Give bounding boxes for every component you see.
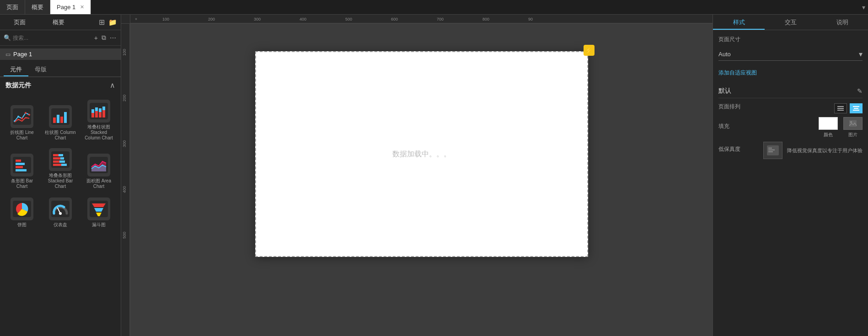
svg-rect-76 <box>768 151 773 152</box>
main-layout: 页面 概要 ⊞ 📁 🔍 + ⧉ ⋯ ▭ Page 1 <box>0 15 868 336</box>
right-tab-interaction[interactable]: 交互 <box>765 15 816 30</box>
folder-icon[interactable]: 📁 <box>108 18 117 27</box>
right-panel-content: 页面尺寸 Auto ▾ 添加自适应视图 默认 ✎ 页面排列 <box>713 30 868 336</box>
page-size-section: 页面尺寸 Auto ▾ <box>718 36 863 61</box>
svg-rect-12 <box>91 113 94 117</box>
gauge-chart-icon <box>49 197 72 220</box>
tab-page1[interactable]: Page 1 ✕ <box>50 0 91 14</box>
svg-rect-32 <box>53 164 61 166</box>
tab-master[interactable]: 母版 <box>28 63 53 76</box>
svg-text:90: 90 <box>528 17 533 21</box>
svg-text:+: + <box>135 17 137 21</box>
canvas-scroll[interactable]: ⚡ 数据加载中。。。 <box>130 24 713 336</box>
svg-text:500: 500 <box>122 232 127 239</box>
svg-text:600: 600 <box>391 17 398 21</box>
svg-text:400: 400 <box>300 17 306 21</box>
right-tabs: 样式 交互 说明 <box>713 15 868 30</box>
svg-rect-23 <box>16 166 23 168</box>
add-component-button[interactable]: + <box>93 33 99 43</box>
copy-component-button[interactable]: ⧉ <box>101 33 107 43</box>
page-size-row: 页面尺寸 <box>718 36 863 46</box>
svg-point-2 <box>17 116 19 117</box>
color-swatch[interactable] <box>819 117 838 130</box>
svg-rect-70 <box>849 120 857 127</box>
svg-rect-9 <box>60 117 63 123</box>
svg-text:800: 800 <box>482 17 489 21</box>
svg-rect-16 <box>99 112 102 117</box>
svg-rect-31 <box>59 160 65 163</box>
svg-text:100: 100 <box>122 49 127 56</box>
right-tab-help[interactable]: 说明 <box>816 15 868 30</box>
more-options-button[interactable]: ⋯ <box>109 33 117 43</box>
canvas-page: ⚡ 数据加载中。。。 <box>255 51 588 257</box>
svg-rect-10 <box>64 112 67 123</box>
left-nav-pages[interactable]: 页面 <box>0 15 39 30</box>
svg-point-4 <box>25 112 27 114</box>
ruler-corner <box>121 15 130 24</box>
bar-chart-icon <box>11 154 33 176</box>
fill-color-option[interactable]: 颜色 <box>819 117 838 138</box>
svg-text:200: 200 <box>122 95 127 101</box>
comp-item-pie-chart[interactable]: 饼图 <box>4 194 40 230</box>
tab-overview[interactable]: 概要 <box>25 0 50 14</box>
fill-image-option[interactable]: 图片 <box>843 117 863 138</box>
svg-text:100: 100 <box>162 17 169 21</box>
comp-item-column-chart[interactable]: 柱状图 Column Chart <box>42 97 79 144</box>
svg-rect-65 <box>837 110 844 111</box>
svg-rect-22 <box>16 163 25 165</box>
svg-rect-7 <box>53 117 56 123</box>
comp-item-bar-chart[interactable]: 条形图 Bar Chart <box>4 145 40 192</box>
tab-close-icon[interactable]: ✕ <box>80 4 84 10</box>
svg-rect-17 <box>99 108 102 112</box>
tab-page[interactable]: 页面 <box>0 0 25 14</box>
image-swatch[interactable] <box>843 117 863 130</box>
svg-text:300: 300 <box>254 17 261 21</box>
svg-rect-64 <box>837 108 844 109</box>
align-center-button[interactable] <box>850 103 863 113</box>
canvas-with-ruler: 100 200 300 400 500 ⚡ 数据加载中。。。 <box>121 24 713 336</box>
tab-elements[interactable]: 元件 <box>4 63 28 76</box>
pages-search-bar: 🔍 + ⧉ ⋯ <box>0 30 121 46</box>
svg-rect-21 <box>16 160 21 162</box>
comp-item-gauge-chart[interactable]: 仪表盘 <box>42 194 79 230</box>
page-size-dropdown[interactable]: ▾ <box>859 50 863 59</box>
svg-rect-26 <box>53 154 59 156</box>
comp-item-funnel-chart[interactable]: 漏斗图 <box>80 194 117 230</box>
comp-item-line-chart[interactable]: 折线图 Line Chart <box>4 97 40 144</box>
svg-rect-75 <box>768 149 775 150</box>
line-chart-icon <box>11 105 33 128</box>
fill-options: 颜色 图片 <box>819 117 863 138</box>
component-tabs: 元件 母版 <box>0 63 121 77</box>
page-item-page1[interactable]: ▭ Page 1 <box>0 48 121 60</box>
comp-item-area-chart[interactable]: 面积图 Area Chart <box>80 145 117 192</box>
funnel-chart-icon <box>87 197 110 220</box>
column-chart-icon <box>49 105 72 128</box>
new-page-icon[interactable]: ⊞ <box>99 18 105 27</box>
low-fi-icon[interactable] <box>763 142 782 159</box>
search-input[interactable] <box>13 35 91 41</box>
svg-rect-19 <box>102 107 105 110</box>
svg-rect-0 <box>13 108 31 125</box>
comp-item-stacked-bar[interactable]: 堆叠条形图 Stacked Bar Chart <box>42 145 79 192</box>
add-adaptive-view-link[interactable]: 添加自适应视图 <box>718 69 757 76</box>
svg-rect-8 <box>57 115 59 123</box>
svg-rect-28 <box>53 157 60 160</box>
svg-rect-30 <box>53 160 59 163</box>
left-nav-overview[interactable]: 概要 <box>39 15 78 30</box>
svg-text:200: 200 <box>208 17 215 21</box>
ruler-vertical: 100 200 300 400 500 <box>121 24 130 336</box>
align-left-button[interactable] <box>834 103 847 113</box>
data-section-toggle[interactable]: ∧ <box>110 81 115 90</box>
top-tabbar: 页面 概要 Page 1 ✕ ▾ <box>0 0 868 15</box>
comp-item-stacked-column[interactable]: 堆叠柱状图 Stacked Column Chart <box>80 97 117 144</box>
svg-rect-67 <box>854 108 858 109</box>
svg-rect-18 <box>102 110 105 117</box>
align-buttons <box>834 103 863 113</box>
svg-rect-63 <box>837 106 844 107</box>
fill-row: 填充 颜色 图片 <box>718 117 863 138</box>
svg-rect-68 <box>853 110 859 111</box>
right-panel: 样式 交互 说明 页面尺寸 Auto ▾ 添 <box>713 15 868 336</box>
section-edit-icon[interactable]: ✎ <box>857 87 863 95</box>
tab-scroll-button[interactable]: ▾ <box>859 4 868 11</box>
right-tab-style[interactable]: 样式 <box>713 15 765 30</box>
